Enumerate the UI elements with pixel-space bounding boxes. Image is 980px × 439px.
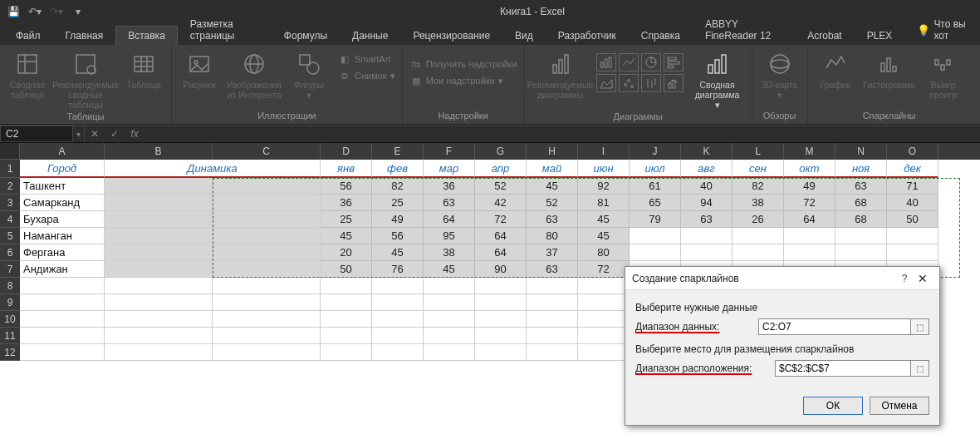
cell[interactable]: 45 — [578, 211, 630, 228]
row-header-10[interactable]: 10 — [0, 311, 20, 328]
cell[interactable] — [20, 278, 105, 294]
cell[interactable] — [105, 278, 213, 294]
cell[interactable]: 25 — [372, 195, 424, 211]
cell[interactable]: Динамика — [105, 160, 321, 178]
cell[interactable]: 52 — [527, 195, 578, 211]
cell[interactable]: 50 — [887, 211, 938, 228]
cell[interactable]: июл — [630, 160, 681, 178]
cell[interactable]: 50 — [321, 261, 372, 278]
cell[interactable]: апр — [475, 160, 527, 178]
cell[interactable] — [20, 344, 105, 361]
formula-input[interactable] — [145, 126, 980, 142]
cell[interactable] — [105, 328, 213, 344]
col-header-H[interactable]: H — [527, 143, 578, 160]
cell[interactable] — [20, 294, 105, 311]
col-header-D[interactable]: D — [321, 143, 372, 160]
ok-button[interactable]: ОК — [803, 397, 863, 415]
cell[interactable]: 68 — [835, 211, 887, 228]
cell[interactable] — [213, 261, 321, 278]
cell[interactable]: 36 — [424, 178, 475, 195]
col-header-E[interactable]: E — [372, 143, 424, 160]
cell[interactable]: 81 — [578, 195, 630, 211]
cell[interactable] — [475, 344, 527, 361]
cell[interactable] — [578, 294, 630, 311]
location-range-input[interactable] — [775, 360, 911, 377]
cancel-button[interactable]: Отмена — [870, 397, 929, 415]
cell[interactable]: 26 — [733, 211, 784, 228]
cell[interactable] — [424, 328, 475, 344]
col-header-L[interactable]: L — [733, 143, 784, 160]
cell[interactable]: ноя — [835, 160, 887, 178]
cell[interactable] — [527, 278, 578, 294]
cell[interactable] — [784, 228, 835, 244]
cell[interactable]: 76 — [372, 261, 424, 278]
cell[interactable]: 64 — [475, 228, 527, 244]
tab-formulas[interactable]: Формулы — [272, 26, 340, 45]
row-header-2[interactable]: 2 — [0, 178, 20, 195]
cell[interactable] — [372, 328, 424, 344]
cell[interactable]: мар — [424, 160, 475, 178]
cell[interactable]: Ташкент — [20, 178, 105, 195]
cell[interactable] — [105, 294, 213, 311]
collapse-dialog-icon[interactable]: ⬚ — [911, 318, 929, 335]
cell[interactable] — [578, 311, 630, 328]
cell[interactable]: 72 — [784, 195, 835, 211]
cell[interactable] — [630, 244, 681, 261]
cell[interactable]: Фергана — [20, 244, 105, 261]
tab-help[interactable]: Справка — [629, 26, 693, 45]
cell[interactable]: фев — [372, 160, 424, 178]
cell[interactable] — [681, 228, 733, 244]
cell[interactable]: 45 — [372, 244, 424, 261]
dialog-close-icon[interactable]: ✕ — [913, 272, 933, 285]
cell[interactable]: 49 — [784, 178, 835, 195]
cell[interactable]: 38 — [733, 195, 784, 211]
cell[interactable]: 42 — [475, 195, 527, 211]
tab-home[interactable]: Главная — [53, 26, 116, 45]
row-header-9[interactable]: 9 — [0, 294, 20, 311]
cell[interactable]: 63 — [835, 178, 887, 195]
cell[interactable] — [835, 244, 887, 261]
col-header-I[interactable]: I — [578, 143, 630, 160]
cell[interactable]: 90 — [475, 261, 527, 278]
cell[interactable]: 63 — [424, 195, 475, 211]
cell[interactable] — [372, 278, 424, 294]
tab-data[interactable]: Данные — [340, 26, 400, 45]
cell[interactable]: 36 — [321, 195, 372, 211]
cell[interactable]: окт — [784, 160, 835, 178]
cell[interactable] — [105, 311, 213, 328]
cell[interactable] — [527, 344, 578, 361]
cell[interactable]: 45 — [578, 228, 630, 244]
col-header-F[interactable]: F — [424, 143, 475, 160]
pivot-chart-button[interactable]: Сводная диаграмма ▾ — [688, 50, 747, 110]
cell[interactable]: 49 — [372, 211, 424, 228]
cell[interactable]: Город — [20, 160, 105, 178]
cell[interactable] — [475, 328, 527, 344]
cell[interactable] — [424, 294, 475, 311]
col-header-K[interactable]: K — [681, 143, 733, 160]
cell[interactable] — [527, 311, 578, 328]
cell[interactable] — [105, 244, 213, 261]
tell-me[interactable]: 💡 Что вы хот — [904, 14, 980, 45]
row-header-4[interactable]: 4 — [0, 211, 20, 228]
cell[interactable]: Бухара — [20, 211, 105, 228]
cell[interactable]: 20 — [321, 244, 372, 261]
cell[interactable]: 64 — [784, 211, 835, 228]
cell[interactable] — [372, 311, 424, 328]
cell[interactable]: 45 — [527, 178, 578, 195]
cell[interactable] — [887, 244, 938, 261]
row-headers[interactable]: 123456789101112 — [0, 160, 20, 361]
col-header-M[interactable]: M — [784, 143, 835, 160]
cell[interactable] — [475, 278, 527, 294]
cell[interactable]: 63 — [527, 261, 578, 278]
cell[interactable] — [105, 211, 213, 228]
cell[interactable]: июн — [578, 160, 630, 178]
cell[interactable] — [887, 228, 938, 244]
cell[interactable]: 56 — [372, 228, 424, 244]
cell[interactable] — [105, 261, 213, 278]
cell[interactable] — [372, 294, 424, 311]
cell[interactable]: 64 — [475, 244, 527, 261]
tab-insert[interactable]: Вставка — [115, 26, 178, 45]
name-box[interactable] — [0, 126, 73, 142]
row-header-11[interactable]: 11 — [0, 328, 20, 344]
tab-review[interactable]: Рецензирование — [400, 26, 502, 45]
